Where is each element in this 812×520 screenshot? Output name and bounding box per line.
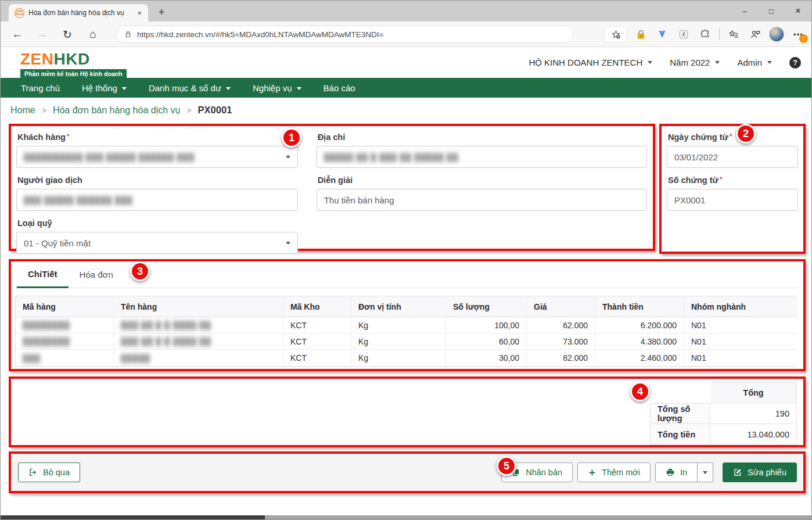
logo-zen: ZEN — [20, 50, 54, 68]
cell-price[interactable]: 82.000 — [527, 350, 595, 366]
breadcrumb-home[interactable]: Home — [10, 105, 35, 116]
col-header: Mã Kho — [283, 296, 351, 317]
browser-menu-icon[interactable]: ⋯ ↑ — [791, 27, 806, 42]
doc-number-label: Số chứng từ* — [668, 175, 798, 185]
back-icon[interactable]: ← — [10, 27, 25, 42]
svg-text:i: i — [683, 31, 685, 37]
doc-date-input[interactable]: 03/01/2022 — [667, 146, 798, 168]
breadcrumb-section[interactable]: Hóa đơn bán hàng hóa dịch vụ — [53, 105, 181, 116]
cell-name[interactable]: ███ ██ █ █ ████ ██ — [114, 333, 283, 350]
contact-person-input[interactable]: ███ █████ ██████ ███ — [16, 189, 298, 211]
description-label: Diễn giải — [318, 175, 647, 185]
new-tab-button[interactable]: + — [154, 5, 169, 20]
cell-code[interactable]: ████████ — [16, 333, 114, 350]
site-lock-icon — [124, 31, 132, 38]
chevron-down-icon — [286, 156, 290, 159]
info-extension-icon[interactable]: i — [676, 27, 691, 42]
print-button[interactable]: In — [655, 462, 698, 482]
feedback-person-icon[interactable] — [748, 27, 763, 42]
edit-icon — [733, 468, 742, 477]
cell-unit[interactable]: Kg — [351, 350, 446, 366]
description-input[interactable]: Thu tiền bán hàng — [317, 189, 647, 211]
cell-amount[interactable]: 6.200.000 — [595, 317, 684, 333]
address-input[interactable]: █████ ██ █ ███ ██ █████ ██ — [317, 146, 647, 168]
cell-warehouse[interactable]: KCT — [283, 317, 351, 333]
annotation-badge-4: 4 — [630, 382, 650, 401]
breadcrumb-separator: > — [42, 106, 46, 115]
print-dropdown-button[interactable] — [698, 462, 713, 482]
address-value-blurred: █████ ██ █ ███ ██ █████ ██ — [324, 153, 459, 162]
taskbar-edge — [1, 515, 811, 519]
update-badge: ↑ — [799, 34, 808, 43]
extensions-puzzle-icon[interactable] — [698, 27, 713, 42]
cell-group[interactable]: N01 — [684, 350, 797, 366]
nav-item-operations[interactable]: Nghiệp vụ — [242, 78, 312, 98]
fund-type-select[interactable]: 01 - Quỹ tiền mặt — [16, 232, 298, 254]
cell-amount[interactable]: 4.380.000 — [595, 333, 684, 350]
zenhkd-logo[interactable]: ZENHKD Phần mềm kế toán Hộ kinh doanh — [20, 51, 127, 78]
col-header: Đơn vị tính — [351, 296, 446, 317]
browser-titlebar: ZENBook Hóa đơn bán hàng hóa dịch vụ × +… — [1, 1, 811, 21]
browser-window: ZENBook Hóa đơn bán hàng hóa dịch vụ × +… — [0, 0, 812, 520]
chevron-down-icon — [648, 61, 652, 64]
profile-avatar[interactable] — [769, 27, 784, 42]
annotation-badge-5: 5 — [497, 456, 516, 476]
cell-name[interactable]: ███ ██ █ █ ████ ██ — [114, 317, 283, 333]
year-selector[interactable]: Năm 2022 — [670, 58, 720, 67]
cell-unit[interactable]: Kg — [351, 333, 446, 350]
minimize-button[interactable]: – — [731, 1, 758, 21]
add-favorite-icon[interactable] — [605, 27, 627, 42]
nav-item-system[interactable]: Hệ thống — [71, 78, 138, 98]
company-selector[interactable]: HỘ KINH DOANH ZENTECH — [529, 58, 652, 67]
cell-name[interactable]: █████ — [114, 350, 283, 366]
cell-amount[interactable]: 2.460.000 — [595, 350, 684, 366]
annotation-box-5-actions: Bỏ qua Nhân bản Thêm mới — [9, 451, 806, 493]
password-lock-icon[interactable] — [633, 27, 648, 42]
annotation-badge-1: 1 — [282, 128, 301, 148]
doc-number-value: PX0001 — [674, 195, 705, 205]
help-icon[interactable]: ? — [789, 57, 801, 69]
browser-toolbar: ← → ↻ ⌂ https://hkd.zentech.vn/#/hk5=MDA… — [1, 21, 811, 47]
cell-code[interactable]: ███ — [16, 350, 114, 366]
total-money-value: 13.040.000 — [710, 424, 797, 445]
col-header: Nhóm nghành — [684, 296, 797, 317]
nav-item-reports[interactable]: Báo cáo — [312, 78, 367, 98]
browser-tab[interactable]: ZENBook Hóa đơn bán hàng hóa dịch vụ × — [9, 4, 148, 21]
customer-label: Khách hàng* — [17, 132, 298, 142]
edit-voucher-button[interactable]: Sửa phiếu — [723, 462, 797, 482]
nav-item-categories[interactable]: Danh mục & số dư — [138, 78, 242, 98]
col-header: Số lượng — [446, 296, 527, 317]
tab-detail[interactable]: ChiTiết — [17, 261, 69, 288]
nav-item-home[interactable]: Trang chủ — [10, 78, 71, 98]
refresh-icon[interactable]: ↻ — [60, 27, 75, 42]
cell-unit[interactable]: Kg — [351, 317, 446, 333]
print-split-button: In — [655, 462, 713, 482]
cell-code[interactable]: ████████ — [16, 317, 114, 333]
cell-warehouse[interactable]: KCT — [283, 350, 351, 366]
doc-date-value: 03/01/2022 — [674, 152, 718, 162]
cell-warehouse[interactable]: KCT — [283, 333, 351, 350]
tab-close-icon[interactable]: × — [135, 9, 143, 17]
user-menu[interactable]: Admin — [737, 58, 772, 67]
cell-group[interactable]: N01 — [684, 317, 797, 333]
doc-number-input[interactable]: PX0001 — [667, 189, 798, 211]
cell-price[interactable]: 73.000 — [527, 333, 595, 350]
cell-group[interactable]: N01 — [684, 333, 797, 350]
cell-qty[interactable]: 100,00 — [446, 317, 527, 333]
annotation-badge-2: 2 — [736, 124, 756, 144]
collections-icon[interactable] — [726, 27, 741, 42]
address-bar[interactable]: https://hkd.zentech.vn/#/hk5=MDAxd0hLNTA… — [116, 26, 573, 43]
close-button[interactable]: × — [785, 1, 811, 21]
address-label: Địa chỉ — [318, 132, 647, 142]
customer-select[interactable]: ██████████ ███ █████ ██████ ███ — [16, 146, 298, 168]
cell-price[interactable]: 62.000 — [527, 317, 595, 333]
cell-qty[interactable]: 30,00 — [446, 350, 527, 366]
blue-v-extension-icon[interactable] — [655, 27, 670, 42]
cell-qty[interactable]: 60,00 — [446, 333, 527, 350]
home-icon[interactable]: ⌂ — [85, 27, 100, 42]
maximize-button[interactable]: □ — [758, 1, 785, 21]
tab-invoice[interactable]: Hóa đơn — [69, 261, 124, 288]
add-new-button[interactable]: Thêm mới — [577, 462, 651, 482]
contact-person-value-blurred: ███ █████ ██████ ███ — [24, 196, 132, 205]
skip-button[interactable]: Bỏ qua — [18, 462, 80, 482]
